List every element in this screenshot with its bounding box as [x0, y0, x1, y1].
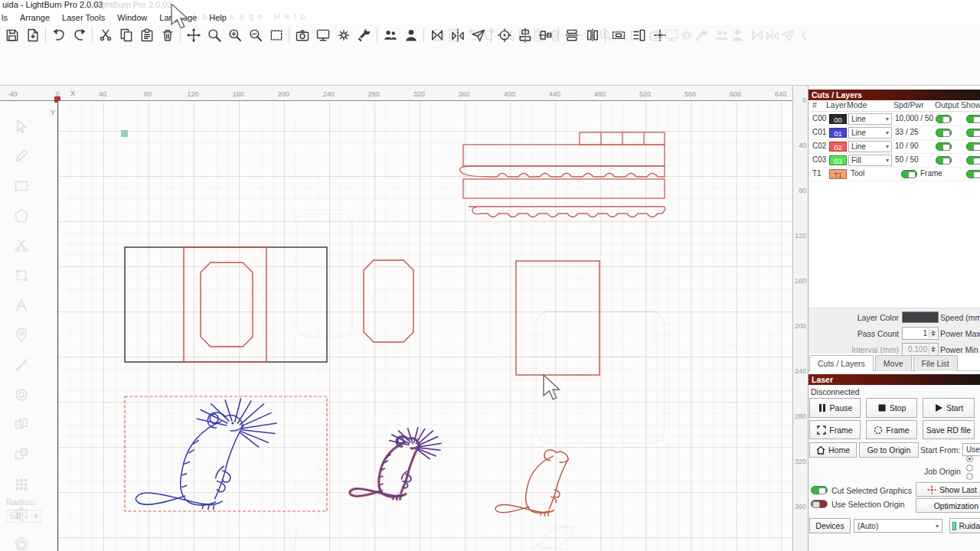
layer-color-swatch[interactable]: [902, 311, 939, 323]
distribute-h-icon[interactable]: [561, 25, 582, 45]
wrench-icon[interactable]: [354, 25, 374, 45]
home-icon: [816, 445, 825, 455]
rat-drawing-outlined: [350, 428, 441, 500]
job-origin-radio-2[interactable]: [966, 473, 973, 480]
import-icon[interactable]: [22, 25, 43, 45]
send-laser-icon[interactable]: [468, 25, 488, 45]
focus-origin-icon[interactable]: [494, 25, 514, 45]
distribute-v-icon[interactable]: [582, 25, 603, 45]
move-origin-icon[interactable]: [649, 25, 670, 45]
layer-output-toggle[interactable]: [936, 115, 952, 123]
zoom-in-icon[interactable]: [224, 25, 245, 45]
layer-show-toggle[interactable]: [966, 156, 980, 165]
layer-color-chip[interactable]: 00: [829, 114, 847, 124]
layer-output-toggle[interactable]: [936, 129, 952, 137]
layer-output-toggle[interactable]: [936, 142, 952, 151]
pause-button[interactable]: Pause: [809, 398, 861, 418]
layer-mode-combo[interactable]: Fill▾: [848, 155, 892, 166]
menu-window[interactable]: Window: [111, 11, 153, 24]
column-layer: Layer: [826, 100, 846, 109]
layer-mode-combo[interactable]: Line▾: [848, 127, 892, 139]
stop-button[interactable]: Stop: [866, 398, 917, 418]
delete-icon[interactable]: [157, 25, 178, 45]
save-icon[interactable]: [2, 25, 22, 45]
device-combo[interactable]: (Auto)▾: [854, 519, 942, 533]
layer-show-toggle[interactable]: [966, 142, 980, 151]
layer-row-C00[interactable]: C0000Line▾10,000 / 50: [811, 112, 980, 126]
start-from-combo[interactable]: Use: [962, 443, 980, 456]
save-rd-button[interactable]: Save RD file: [923, 420, 975, 439]
layer-color-label: Layer Color: [830, 313, 899, 322]
camera-icon[interactable]: [292, 25, 312, 45]
menu-laser-tools[interactable]: Laser Tools: [56, 11, 111, 24]
menu-ls[interactable]: ls: [0, 11, 14, 24]
layer-color-chip[interactable]: 01: [829, 128, 847, 138]
job-origin-radio-1[interactable]: [966, 465, 973, 471]
layer-mode-combo[interactable]: Line▾: [848, 141, 892, 152]
slider-v-icon[interactable]: [629, 25, 649, 45]
vector-drawings: [0, 86, 810, 551]
home-button[interactable]: Home: [809, 442, 857, 458]
select-rect-icon[interactable]: [266, 25, 286, 45]
toolbar-separator: [377, 28, 377, 43]
undo-icon[interactable]: [48, 25, 69, 45]
start-button[interactable]: Start: [923, 398, 975, 418]
settings-icon[interactable]: [333, 25, 354, 45]
tab-file-list[interactable]: File List: [913, 355, 958, 371]
cut-selected-toggle[interactable]: [811, 486, 828, 494]
align-stack-icon[interactable]: [514, 25, 535, 45]
ghost-shapes: [121, 130, 665, 551]
layer-row-C03[interactable]: C0303Fill▾50 / 50: [811, 154, 980, 168]
toolbar-separator: [423, 28, 424, 43]
tab-cuts-layers[interactable]: Cuts / Layers: [809, 355, 874, 371]
frame-dash-icon[interactable]: [608, 25, 629, 45]
layer-row-C01[interactable]: C0101Line▾33 / 25: [811, 126, 980, 140]
layer-show-toggle[interactable]: [966, 115, 980, 123]
paste-icon[interactable]: [136, 25, 157, 45]
layer-color-chip[interactable]: 02: [829, 142, 847, 152]
device-name-button[interactable]: Ruida: [949, 518, 980, 533]
move-icon[interactable]: [183, 25, 204, 45]
layer-show-toggle[interactable]: [966, 129, 980, 137]
interval-field[interactable]: 0.100: [902, 343, 939, 356]
layer-color-chip[interactable]: 03: [829, 155, 847, 165]
copy-icon[interactable]: [116, 25, 136, 45]
layer-row-T1[interactable]: T1T1ToolFrame: [811, 168, 980, 181]
zoom-out-icon[interactable]: [245, 25, 266, 45]
users-icon[interactable]: [380, 25, 400, 45]
devices-button[interactable]: Devices: [809, 518, 851, 533]
workspace-canvas[interactable]: -400408012016020024028032036040044048052…: [0, 86, 810, 551]
layer-id: C00: [812, 114, 826, 122]
align-offset-icon[interactable]: [535, 25, 556, 45]
job-origin-radio-0[interactable]: [966, 455, 973, 462]
red-octagon-2: [364, 260, 413, 342]
layer-output-toggle[interactable]: [936, 156, 952, 165]
layer-row-C02[interactable]: C0202Line▾10 / 90: [811, 140, 980, 154]
comb-drawing: [460, 132, 665, 217]
layer-mode-combo[interactable]: Line▾: [848, 113, 892, 125]
frame-rect-button[interactable]: Frame: [809, 420, 861, 439]
monitor-icon[interactable]: [312, 25, 333, 45]
toolbar-separator: [45, 28, 46, 43]
user-icon[interactable]: [400, 25, 421, 45]
mirror-h-icon[interactable]: [447, 25, 468, 45]
zoom-tool-icon[interactable]: [204, 25, 224, 45]
show-last-button[interactable]: Show Last: [916, 482, 980, 497]
goto-origin-button[interactable]: Go to Origin: [859, 442, 919, 458]
layer-color-chip[interactable]: T1: [829, 169, 847, 179]
frame-circle-button[interactable]: Frame: [866, 420, 917, 439]
menu-arrange[interactable]: Arrange: [14, 11, 56, 24]
cuts-layers-header[interactable]: Cuts / Layers: [808, 90, 980, 100]
layer-frame-toggle[interactable]: [901, 170, 917, 178]
optimization-button[interactable]: Optimization: [916, 498, 980, 513]
tab-move[interactable]: Move: [875, 355, 912, 371]
layer-id: T1: [812, 169, 822, 178]
flip-right-icon[interactable]: [426, 25, 447, 45]
cut-icon[interactable]: [95, 25, 116, 45]
use-selection-origin-toggle[interactable]: [811, 500, 828, 508]
laser-header[interactable]: Laser: [808, 374, 980, 385]
layer-show-toggle[interactable]: [966, 170, 980, 178]
pass-count-field[interactable]: 1: [902, 327, 939, 340]
toolbar-separator: [180, 28, 181, 43]
redo-icon[interactable]: [69, 25, 90, 45]
